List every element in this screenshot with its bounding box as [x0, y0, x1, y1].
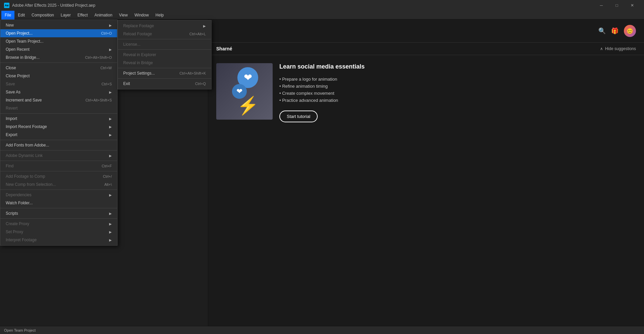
menu-scripts[interactable]: Scripts ▶ [0, 209, 117, 217]
replace-footage-submenu: Replace Footage ▶ Reload Footage Ctrl+Al… [118, 20, 212, 89]
menu-new-arrow: ▶ [109, 24, 112, 27]
titlebar: Ae Adobe After Effects 2025 - Untitled P… [0, 0, 644, 11]
menu-close-project[interactable]: Close Project [0, 72, 117, 80]
divider-8 [0, 208, 117, 208]
menu-export[interactable]: Export ▶ [0, 131, 117, 139]
menu-item-effect[interactable]: Effect [74, 11, 91, 19]
menu-interpret-footage-arrow: ▶ [109, 238, 112, 242]
close-button[interactable]: ✕ [625, 0, 640, 11]
menu-dependencies-arrow: ▶ [109, 193, 112, 197]
menu-increment-save-label: Increment and Save [6, 98, 42, 102]
welcome-area: 🔍 🎁 😊 Sharné ∧ Hide suggestions ❤ ❤ [208, 19, 644, 334]
submenu-project-settings-shortcut: Ctrl+Alt+Shift+K [179, 71, 206, 75]
menu-dependencies: Dependencies ▶ [0, 191, 117, 199]
menu-new-comp-from-selection: New Comp from Selection... Alt+\ [0, 180, 117, 189]
menu-save-as[interactable]: Save As ▶ [0, 88, 117, 96]
menu-item-animation[interactable]: Animation [91, 11, 116, 19]
menu-revert: Revert [0, 104, 117, 112]
menu-item-composition[interactable]: Composition [28, 11, 57, 19]
divider-2 [0, 113, 117, 114]
menu-set-proxy-label: Set Proxy [6, 229, 23, 234]
menu-import-recent-footage[interactable]: Import Recent Footage ▶ [0, 123, 117, 131]
menu-import-label: Import [6, 116, 17, 121]
menu-import-arrow: ▶ [109, 117, 112, 121]
chevron-up-icon: ∧ [600, 46, 603, 51]
menu-watch-folder-label: Watch Folder... [6, 201, 33, 205]
submenu-reload-footage: Reload Footage Ctrl+Alt+L [118, 30, 211, 38]
menu-open-team-project[interactable]: Open Team Project... [0, 37, 117, 45]
menu-increment-save[interactable]: Increment and Save Ctrl+Alt+Shift+S [0, 96, 117, 104]
hide-suggestions-label: Hide suggestions [605, 46, 636, 51]
submenu-replace-footage-arrow: ▶ [203, 24, 206, 28]
menu-item-file[interactable]: File [1, 11, 14, 19]
submenu-reveal-in-bridge: Reveal in Bridge [118, 59, 211, 67]
menu-save: Save Ctrl+S [0, 80, 117, 88]
menu-add-fonts[interactable]: Add Fonts from Adobe... [0, 141, 117, 149]
menu-add-footage-to-comp: Add Footage to Comp Ctrl+/ [0, 172, 117, 180]
submenu-replace-footage: Replace Footage ▶ [118, 22, 211, 30]
menu-add-footage-to-comp-shortcut: Ctrl+/ [103, 174, 112, 178]
menu-import[interactable]: Import ▶ [0, 115, 117, 123]
divider-5 [0, 161, 117, 161]
tutorial-point-1: Prepare a logo for animation [279, 76, 636, 83]
menu-close-project-label: Close Project [6, 74, 30, 78]
menu-save-as-label: Save As [6, 90, 20, 94]
menu-open-project-label: Open Project... [6, 31, 33, 36]
menu-watch-folder[interactable]: Watch Folder... [0, 199, 117, 207]
submenu-divider-2 [118, 49, 211, 50]
menu-adobe-dynamic-link-arrow: ▶ [109, 154, 112, 158]
tutorial-content: Learn social media essentials Prepare a … [279, 63, 636, 122]
menu-revert-label: Revert [6, 106, 17, 111]
minimize-button[interactable]: ─ [594, 0, 609, 11]
maximize-button[interactable]: □ [609, 0, 625, 11]
submenu-license: License... [118, 40, 211, 48]
submenu-exit[interactable]: Exit Ctrl+Q [118, 80, 211, 88]
hide-suggestions-button[interactable]: ∧ Hide suggestions [600, 46, 636, 51]
suggestions-bar: Sharné ∧ Hide suggestions [208, 43, 644, 55]
menu-open-recent-label: Open Recent [6, 47, 30, 52]
menu-save-label: Save [6, 82, 15, 86]
menu-close[interactable]: Close Ctrl+W [0, 64, 117, 72]
avatar[interactable]: 😊 [624, 25, 636, 37]
search-icon[interactable]: 🔍 [598, 27, 606, 35]
menu-item-layer[interactable]: Layer [57, 11, 74, 19]
divider-6 [0, 171, 117, 171]
tutorial-thumbnail: ❤ ❤ ⚡ [216, 63, 273, 120]
menu-find: Find Ctrl+F [0, 162, 117, 170]
file-menu-dropdown: New ▶ Open Project... Ctrl+O Open Team P… [0, 19, 118, 246]
menu-set-proxy: Set Proxy ▶ [0, 228, 117, 236]
menu-save-as-arrow: ▶ [109, 90, 112, 94]
tutorial-point-3: Create complex movement [279, 90, 636, 97]
menu-item-view[interactable]: View [116, 11, 131, 19]
menu-item-edit[interactable]: Edit [14, 11, 28, 19]
menubar: File Edit Composition Layer Effect Anima… [0, 11, 644, 19]
menu-browse-bridge[interactable]: Browse in Bridge... Ctrl+Alt+Shift+O [0, 53, 117, 61]
menu-item-help[interactable]: Help [152, 11, 167, 19]
start-tutorial-button[interactable]: Start tutorial [279, 111, 318, 122]
submenu-reload-footage-shortcut: Ctrl+Alt+L [189, 32, 206, 36]
menu-create-proxy: Create Proxy ▶ [0, 220, 117, 228]
menu-adobe-dynamic-link-label: Adobe Dynamic Link [6, 153, 43, 158]
menu-open-recent[interactable]: Open Recent ▶ [0, 45, 117, 53]
divider-9 [0, 218, 117, 219]
menu-import-recent-footage-arrow: ▶ [109, 125, 112, 129]
submenu-divider-4 [118, 78, 211, 79]
submenu-exit-shortcut: Ctrl+Q [195, 82, 206, 86]
menu-new[interactable]: New ▶ [0, 21, 117, 29]
menu-open-project[interactable]: Open Project... Ctrl+O [0, 29, 117, 37]
submenu-project-settings[interactable]: Project Settings... Ctrl+Alt+Shift+K [118, 69, 211, 77]
tutorial-card: ❤ ❤ ⚡ Learn social media essentials Prep… [208, 55, 644, 130]
submenu-exit-label: Exit [123, 81, 130, 86]
menu-browse-bridge-label: Browse in Bridge... [6, 55, 40, 60]
tutorial-point-2: Refine animation timing [279, 83, 636, 90]
menu-scripts-label: Scripts [6, 211, 18, 216]
user-name: Sharné [216, 46, 232, 51]
bottom-status-bar: Open Team Project [0, 326, 644, 334]
menu-item-window[interactable]: Window [131, 11, 152, 19]
menu-add-footage-to-comp-label: Add Footage to Comp [6, 174, 45, 179]
gift-icon[interactable]: 🎁 [611, 27, 618, 35]
divider-4 [0, 150, 117, 151]
submenu-divider-1 [118, 39, 211, 39]
submenu-project-settings-label: Project Settings... [123, 71, 155, 76]
tutorial-points: Prepare a logo for animation Refine anim… [279, 76, 636, 104]
